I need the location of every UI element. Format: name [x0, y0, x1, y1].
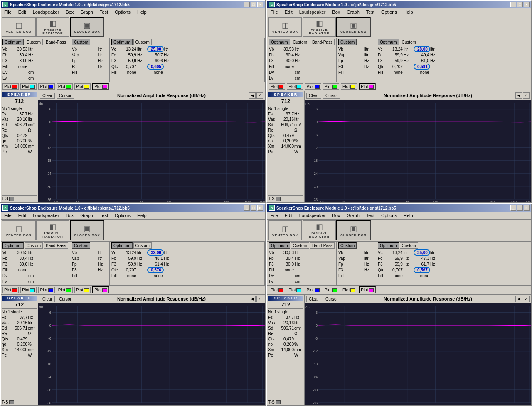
vented-optimum-btn[interactable]: Optimum — [2, 242, 24, 249]
vented-optimum-btn[interactable]: Optimum — [269, 39, 290, 45]
close-button[interactable]: × — [524, 205, 530, 211]
menu-graph[interactable]: Graph — [79, 9, 95, 15]
vented-custom-btn[interactable]: Custom — [25, 39, 43, 45]
menu-loudspeaker[interactable]: Loudspeaker — [31, 213, 61, 218]
cursor-button[interactable]: Cursor — [323, 93, 340, 99]
menu-file[interactable]: File — [269, 9, 280, 15]
plot-btn-1[interactable]: Plot — [20, 287, 37, 293]
plot-btn-1[interactable]: Plot — [287, 287, 303, 293]
passive-custom-btn[interactable]: Custom — [72, 39, 90, 45]
maximize-button[interactable]: □ — [251, 2, 256, 7]
passive-radiator-btn[interactable]: ◧ PASSIVERADIATOR — [36, 17, 69, 37]
graph-icon-check[interactable]: ✓ — [523, 296, 530, 302]
menu-edit[interactable]: Edit — [283, 9, 294, 15]
vented-box-btn[interactable]: ◫ VENTED BOX — [2, 17, 36, 37]
menu-help[interactable]: Help — [402, 213, 415, 218]
graph-icon-check[interactable]: ✓ — [256, 92, 263, 99]
vented-bandpass-btn[interactable]: Band-Pass — [310, 39, 335, 45]
plot-btn-3[interactable]: Plot — [323, 83, 339, 90]
plot-btn-4[interactable]: Plot — [341, 83, 357, 90]
vented-optimum-btn[interactable]: Optimum — [2, 39, 24, 45]
minimize-button[interactable]: _ — [510, 205, 516, 211]
passive-custom-btn[interactable]: Custom — [338, 242, 357, 249]
menu-file[interactable]: File — [2, 9, 13, 15]
vented-bandpass-btn[interactable]: Band-Pass — [310, 242, 335, 249]
graph-icon-left[interactable]: ◀ — [249, 92, 256, 99]
close-button[interactable]: × — [257, 205, 263, 211]
maximize-button[interactable]: □ — [251, 205, 256, 211]
graph-icon-left[interactable]: ◀ — [249, 296, 256, 302]
menu-loudspeaker[interactable]: Loudspeaker — [298, 213, 328, 218]
passive-radiator-btn[interactable]: ◧ PASSIVERADIATOR — [36, 220, 69, 240]
menu-edit[interactable]: Edit — [17, 213, 28, 218]
menu-help[interactable]: Help — [135, 213, 148, 218]
vented-bandpass-btn[interactable]: Band-Pass — [44, 39, 68, 45]
menu-file[interactable]: File — [269, 213, 280, 218]
menu-box[interactable]: Box — [64, 213, 75, 218]
closed-box-btn[interactable]: ▣ CLOSED BOX — [336, 220, 371, 240]
vented-custom-btn[interactable]: Custom — [291, 39, 309, 45]
menu-help[interactable]: Help — [135, 9, 148, 15]
plot-btn-5[interactable]: Plot — [92, 83, 109, 90]
passive-custom-btn[interactable]: Custom — [338, 39, 357, 45]
plot-btn-0[interactable]: Plot — [269, 83, 285, 90]
plot-btn-4[interactable]: Plot — [74, 287, 91, 293]
cursor-button[interactable]: Cursor — [57, 93, 74, 99]
plot-btn-0[interactable]: Plot — [2, 287, 19, 293]
closed-optimum-btn[interactable]: Optimum — [111, 39, 133, 45]
vented-optimum-btn[interactable]: Optimum — [269, 242, 290, 249]
closed-custom-btn[interactable]: Custom — [133, 242, 152, 249]
plot-btn-0[interactable]: Plot — [269, 287, 285, 293]
menu-loudspeaker[interactable]: Loudspeaker — [31, 9, 61, 15]
minimize-button[interactable]: _ — [244, 2, 250, 7]
menu-test[interactable]: Test — [98, 213, 110, 218]
closed-custom-btn[interactable]: Custom — [400, 39, 418, 45]
closed-optimum-btn[interactable]: Optimum — [111, 242, 133, 249]
clear-button[interactable]: Clear — [40, 296, 55, 302]
menu-box[interactable]: Box — [330, 213, 342, 218]
plot-btn-2[interactable]: Plot — [305, 287, 321, 293]
menu-graph[interactable]: Graph — [345, 213, 361, 218]
minimize-button[interactable]: _ — [244, 205, 250, 211]
plot-btn-1[interactable]: Plot — [287, 83, 303, 90]
menu-box[interactable]: Box — [330, 9, 342, 15]
menu-test[interactable]: Test — [365, 9, 376, 15]
passive-custom-btn[interactable]: Custom — [72, 242, 90, 249]
graph-icon-check[interactable]: ✓ — [256, 296, 263, 302]
closed-custom-btn[interactable]: Custom — [133, 39, 152, 45]
maximize-button[interactable]: □ — [517, 2, 523, 7]
maximize-button[interactable]: □ — [517, 205, 523, 211]
graph-icon-check[interactable]: ✓ — [523, 92, 530, 99]
vented-box-btn[interactable]: ◫ VENTED BOX — [268, 220, 302, 240]
graph-icon-left[interactable]: ◀ — [515, 92, 522, 99]
plot-btn-5[interactable]: Plot — [359, 286, 376, 293]
vented-box-btn[interactable]: ◫ VENTED BOX — [2, 220, 36, 240]
passive-radiator-btn[interactable]: ◧ PASSIVERADIATOR — [303, 220, 336, 240]
plot-btn-2[interactable]: Plot — [305, 83, 321, 90]
menu-loudspeaker[interactable]: Loudspeaker — [298, 9, 328, 15]
plot-btn-3[interactable]: Plot — [57, 287, 73, 293]
graph-icon-left[interactable]: ◀ — [515, 296, 522, 302]
menu-options[interactable]: Options — [379, 9, 399, 15]
plot-btn-3[interactable]: Plot — [57, 83, 73, 90]
closed-box-btn[interactable]: ▣ CLOSED BOX — [70, 220, 104, 240]
menu-box[interactable]: Box — [64, 9, 75, 15]
plot-btn-2[interactable]: Plot — [38, 83, 54, 90]
vented-box-btn[interactable]: ◫ VENTED BOX — [268, 17, 302, 37]
menu-options[interactable]: Options — [113, 9, 132, 15]
menu-test[interactable]: Test — [98, 9, 110, 15]
cursor-button[interactable]: Cursor — [323, 296, 340, 302]
menu-test[interactable]: Test — [365, 213, 376, 218]
plot-btn-0[interactable]: Plot — [2, 83, 19, 90]
vented-custom-btn[interactable]: Custom — [291, 242, 309, 249]
plot-btn-2[interactable]: Plot — [38, 287, 54, 293]
clear-button[interactable]: Clear — [306, 93, 321, 99]
menu-graph[interactable]: Graph — [79, 213, 95, 218]
plot-btn-4[interactable]: Plot — [74, 83, 91, 90]
menu-help[interactable]: Help — [402, 9, 415, 15]
menu-edit[interactable]: Edit — [17, 9, 28, 15]
minimize-button[interactable]: _ — [510, 2, 516, 7]
menu-edit[interactable]: Edit — [283, 213, 294, 218]
menu-file[interactable]: File — [2, 213, 13, 218]
plot-btn-5[interactable]: Plot — [92, 286, 109, 293]
